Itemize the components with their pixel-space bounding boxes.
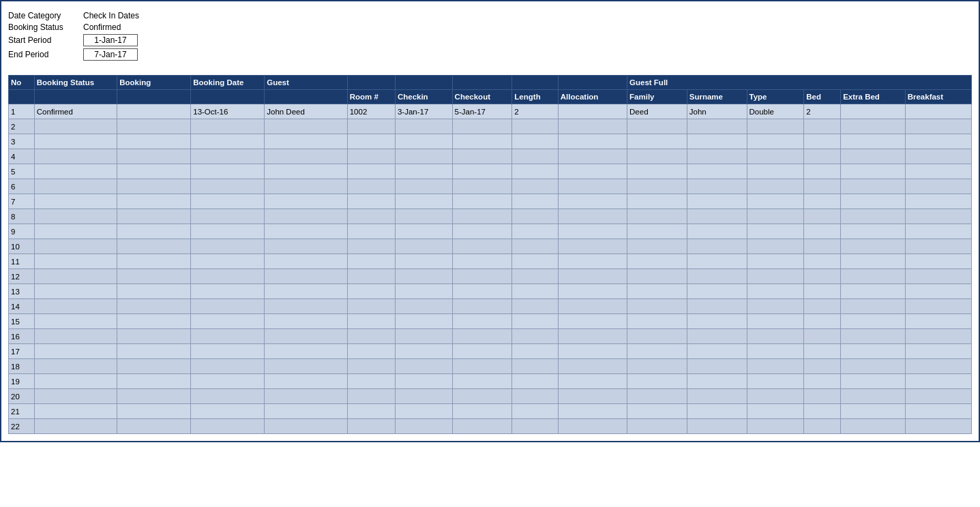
col-subheader-family: Family <box>627 90 687 104</box>
cell-room: 1002 <box>347 104 395 119</box>
col-subheader-extrabed: Extra Bed <box>841 90 905 104</box>
cell-type <box>747 269 804 284</box>
cell-checkout <box>452 359 512 374</box>
col-header-empty5 <box>558 76 627 90</box>
cell-bed <box>804 419 841 434</box>
cell-bed: 2 <box>804 104 841 119</box>
col-header-booking-status: Booking Status <box>34 76 117 90</box>
cell-guest <box>265 284 347 299</box>
cell-family <box>627 239 687 254</box>
cell-surname <box>687 269 747 284</box>
date-category-row: Date Category Check In Dates <box>8 11 972 20</box>
cell-length <box>512 374 558 389</box>
cell-allocation <box>558 284 627 299</box>
cell-family <box>627 134 687 149</box>
table-row: 3 <box>9 134 972 149</box>
table-row: 1Confirmed13-Oct-16John Deed10023-Jan-17… <box>9 104 972 119</box>
cell-guest <box>265 314 347 329</box>
cell-surname <box>687 239 747 254</box>
table-row: 19 <box>9 374 972 389</box>
cell-bookdate <box>191 359 265 374</box>
cell-length <box>512 404 558 419</box>
cell-bed <box>804 239 841 254</box>
col-header-empty3 <box>452 76 512 90</box>
table-row: 4 <box>9 149 972 164</box>
cell-type <box>747 254 804 269</box>
cell-allocation <box>558 224 627 239</box>
cell-no: 7 <box>9 194 35 209</box>
cell-breakfast <box>905 104 971 119</box>
cell-no: 6 <box>9 179 35 194</box>
cell-breakfast <box>905 224 971 239</box>
cell-type <box>747 239 804 254</box>
col-header-empty2 <box>395 76 452 90</box>
cell-status <box>34 284 117 299</box>
cell-booking <box>117 344 191 359</box>
cell-bed <box>804 374 841 389</box>
cell-checkin <box>395 119 452 134</box>
cell-bookdate <box>191 209 265 224</box>
cell-no: 18 <box>9 359 35 374</box>
date-category-label: Date Category <box>8 11 83 20</box>
cell-no: 19 <box>9 374 35 389</box>
cell-breakfast <box>905 254 971 269</box>
col-subheader-length: Length <box>512 90 558 104</box>
cell-type <box>747 194 804 209</box>
cell-checkout <box>452 209 512 224</box>
cell-family <box>627 209 687 224</box>
col-subheader-room: Room # <box>347 90 395 104</box>
cell-bookdate: 13-Oct-16 <box>191 104 265 119</box>
cell-surname <box>687 344 747 359</box>
cell-breakfast <box>905 359 971 374</box>
cell-bed <box>804 284 841 299</box>
cell-extrabed <box>841 314 905 329</box>
cell-no: 2 <box>9 119 35 134</box>
cell-bookdate <box>191 224 265 239</box>
col-subheader-no <box>9 90 35 104</box>
cell-family <box>627 404 687 419</box>
cell-allocation <box>558 419 627 434</box>
date-category-value: Check In Dates <box>83 11 139 20</box>
cell-extrabed <box>841 329 905 344</box>
cell-booking <box>117 389 191 404</box>
cell-type <box>747 344 804 359</box>
cell-allocation <box>558 149 627 164</box>
cell-guest <box>265 149 347 164</box>
table-row: 20 <box>9 389 972 404</box>
cell-breakfast <box>905 194 971 209</box>
cell-bed <box>804 389 841 404</box>
cell-no: 5 <box>9 164 35 179</box>
cell-room <box>347 194 395 209</box>
cell-type <box>747 224 804 239</box>
cell-status: Confirmed <box>34 104 117 119</box>
table-row: 8 <box>9 209 972 224</box>
cell-checkin <box>395 254 452 269</box>
cell-breakfast <box>905 314 971 329</box>
end-period-value: 7-Jan-17 <box>83 48 138 61</box>
cell-status <box>34 239 117 254</box>
end-period-label: End Period <box>8 50 83 59</box>
cell-checkin <box>395 149 452 164</box>
cell-type <box>747 164 804 179</box>
cell-no: 9 <box>9 224 35 239</box>
cell-family <box>627 329 687 344</box>
cell-checkout <box>452 284 512 299</box>
cell-length <box>512 134 558 149</box>
cell-checkin <box>395 194 452 209</box>
cell-surname <box>687 389 747 404</box>
cell-guest <box>265 164 347 179</box>
cell-checkin <box>395 359 452 374</box>
cell-bookdate <box>191 119 265 134</box>
cell-booking <box>117 134 191 149</box>
cell-bookdate <box>191 344 265 359</box>
cell-length <box>512 299 558 314</box>
cell-bed <box>804 179 841 194</box>
cell-guest <box>265 179 347 194</box>
cell-guest <box>265 209 347 224</box>
cell-breakfast <box>905 149 971 164</box>
cell-length <box>512 419 558 434</box>
cell-surname <box>687 374 747 389</box>
cell-family <box>627 359 687 374</box>
cell-booking <box>117 104 191 119</box>
cell-extrabed <box>841 344 905 359</box>
